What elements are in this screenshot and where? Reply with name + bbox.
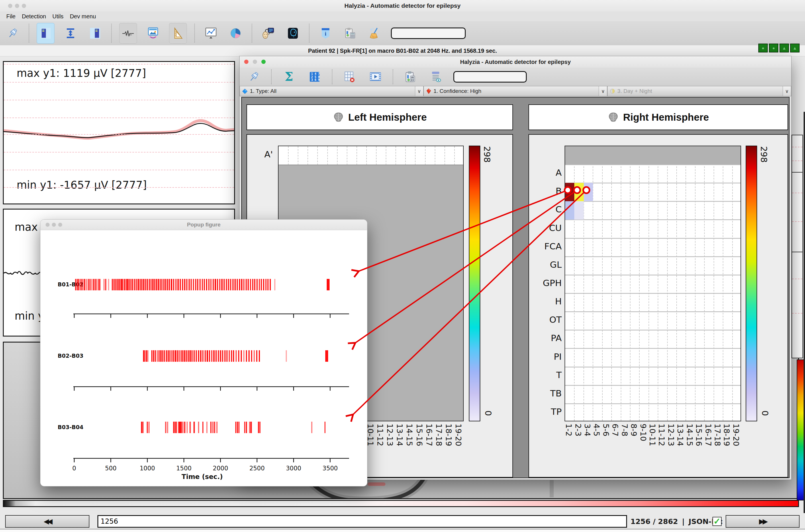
matrix-numbers-icon[interactable]: 1 4 72 5 83 6 9 [306,67,323,87]
row-label-FCA: FCA [530,241,562,251]
svg-text:1 4 7: 1 4 7 [311,72,320,75]
waveform-icon[interactable] [119,23,137,43]
green-triangle-button-2[interactable]: ▲ [790,43,800,53]
filter-dropdown-2[interactable]: 1. Confidence: High∨ [424,86,608,96]
fast-forward-button[interactable]: ▶▶ [726,515,800,528]
right-colorbar [746,146,757,421]
right-colorbar-max: 298 [759,146,769,163]
pin-icon[interactable] [245,67,263,87]
grid-row-line [565,238,741,239]
menu-utils[interactable]: Utils [53,12,64,21]
x-tick-label: 3000 [286,465,301,472]
toolbar-separator [332,69,332,84]
grid-column-line [714,146,714,421]
toolbar-separator [392,69,393,84]
window-edge [804,112,805,513]
row-label-B: B [530,186,562,196]
col-label-14-15: 14-15 [686,424,693,467]
sum-sigma-icon[interactable]: Σ [280,67,298,87]
chevron-down-icon[interactable]: ∨ [783,86,791,96]
row-label-TP: TP [530,406,562,417]
measure-ruler-icon[interactable] [169,23,187,43]
pie-chart-icon[interactable] [227,23,244,43]
xray-icon[interactable] [284,23,302,43]
rewind-icon: ◀◀ [44,517,51,526]
toolbar-separator [28,24,29,43]
grid-column-line [676,146,677,421]
clipboard-report-icon[interactable] [402,67,419,87]
col-label-5-6: 5-6 [602,424,610,467]
col-label-19-20: 19-20 [455,424,462,467]
filter-dropdown-1[interactable]: 1. Type: All∨ [239,86,424,96]
signal-panel-1: max y1: 1119 µV [2777] min y1: -1657 µV … [3,61,235,204]
heatmap-cell-B-3-4[interactable] [584,183,593,201]
row-label-OT: OT [530,315,562,325]
left-hemisphere-header: Left Hemisphere [247,104,513,130]
chevron-down-icon[interactable]: ∨ [415,86,423,96]
svg-text:3 6 9: 3 6 9 [311,78,320,81]
svg-text:i: i [325,31,326,37]
row-label-H: H [530,296,562,306]
col-label-16-17: 16-17 [704,424,712,467]
menu-file[interactable]: File [6,12,16,21]
green-triangle-button-1[interactable]: ▲ [780,43,789,53]
toolbar-separator [271,69,272,84]
col-label-15-16: 15-16 [695,424,703,467]
menu-dev-menu[interactable]: Dev menu [70,12,96,21]
brain-icon [608,112,619,123]
menu-detection[interactable]: Detection [22,12,46,21]
table-delete-icon[interactable] [341,67,358,87]
filter-dropdown-3[interactable]: 3. Day + Night∨ [607,86,791,96]
dual-channel-view-icon[interactable] [87,23,104,43]
grid-column-line [732,146,733,421]
sync-checkbox[interactable]: ✓ [712,517,722,526]
col-label-3-4: 3-4 [583,424,591,467]
menubar: FileDetectionUtilsDev menu [0,12,805,21]
row-label-GL: GL [530,260,562,270]
position-input[interactable] [97,515,627,528]
heatmap-cell-B-2-3[interactable] [574,183,583,201]
rewind-button[interactable]: ◀◀ [5,515,90,528]
pin-icon[interactable] [4,23,21,43]
toolbar-separator [309,24,309,43]
inner-search-field[interactable] [453,71,527,82]
clean-icon[interactable] [366,23,383,43]
fit-amplitude-icon[interactable] [62,23,79,43]
main-titlebar: Halyzia - Automatic detector for epileps… [0,0,805,12]
patient-status-bar: Patient 92 | Spk-FR[1] on macro B01-B02 … [0,45,805,56]
col-label-9-10: 9-10 [639,424,647,467]
right-hemisphere-heatmap[interactable] [564,146,741,421]
brain-icon [333,112,344,123]
col-label-17-18: 17-18 [435,424,443,467]
main-search-field[interactable] [391,27,466,39]
grid-row-line [565,256,741,257]
gridline [4,170,234,170]
chart-icon[interactable] [202,23,219,43]
chevron-down-icon[interactable]: ∨ [599,86,607,96]
single-channel-view-icon[interactable] [37,23,55,43]
col-label-18-19: 18-19 [445,424,453,467]
info-icon[interactable]: i [317,23,334,43]
col-label-10-11: 10-11 [649,424,656,467]
filter-row: 1. Type: All∨1. Confidence: High∨3. Day … [239,86,791,96]
patient-head-icon[interactable] [260,23,277,43]
toolbar-separator [194,24,195,43]
heatmap-cell-B-1-2[interactable] [565,183,574,201]
row-label-T: T [530,370,562,380]
list-preview-icon[interactable] [427,67,445,87]
image-review-icon[interactable] [145,23,161,43]
green-circle-button-2[interactable]: ● [769,43,778,53]
row-label-C: C [530,204,562,214]
x-tick-label: 2000 [213,465,228,472]
popup-figure-window: Popup figure B01-B02B02-B03B03-B04050010… [40,219,367,487]
heatmap-cell-C-2-3[interactable] [574,201,583,220]
grid-row-line [565,274,741,276]
video-review-icon[interactable] [367,67,384,87]
green-circle-button-1[interactable]: ● [758,43,768,53]
heatmap-cell-C-1-2[interactable] [565,201,574,220]
grid-row-line [565,403,741,404]
x-axis-title: Time (sec.) [182,473,223,480]
filter-label: 1. Type: All [250,88,276,94]
report-icon[interactable] [342,23,359,43]
left-colorbar [469,146,480,421]
